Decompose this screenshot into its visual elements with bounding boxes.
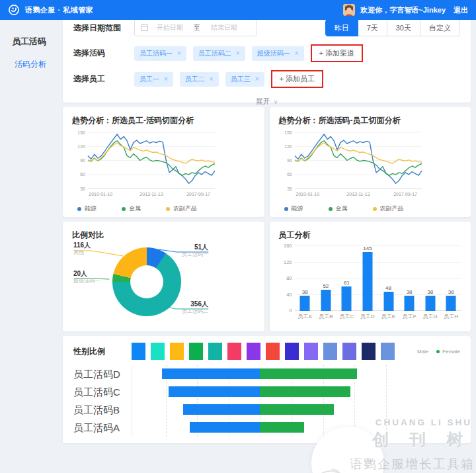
code-tag[interactable]: 员工活码一×	[134, 46, 186, 61]
code-tag[interactable]: 员工活码二×	[193, 46, 245, 61]
tag-close-icon[interactable]: ×	[295, 50, 299, 57]
legend-item[interactable]: 金属	[329, 204, 348, 213]
start-date-placeholder: 开始日期	[157, 23, 183, 32]
palette-swatch	[285, 343, 299, 360]
staff-select-row: 选择员工 员工一× 员工二× 员工三× + 添加员工	[73, 70, 460, 88]
female-bar[interactable]	[260, 368, 356, 379]
bar[interactable]	[383, 292, 393, 311]
bar[interactable]	[362, 252, 372, 311]
tag-close-icon[interactable]: ×	[236, 50, 240, 57]
bar-chart: 0408012016038526114548383838 员工A员工B员工C员工…	[279, 246, 462, 320]
bar[interactable]	[321, 290, 331, 311]
code-select-row: 选择活码 员工活码一× 员工活码二× 超级活码一× + 添加渠道	[73, 44, 460, 62]
male-bar[interactable]	[169, 386, 260, 397]
range-button-custom[interactable]: 自定义	[420, 19, 460, 36]
palette-swatch	[151, 343, 165, 360]
range-button-7d[interactable]: 7天	[358, 19, 387, 36]
staff-tag[interactable]: 员工二×	[180, 72, 219, 87]
legend-item[interactable]: 农副产品	[166, 204, 197, 213]
svg-text:2013-11-13: 2013-11-13	[346, 192, 370, 196]
bar[interactable]	[300, 296, 310, 311]
female-bar[interactable]	[260, 404, 334, 415]
row-label: 员工活码C	[73, 383, 132, 401]
y-tick-label: 40	[279, 292, 292, 298]
sidebar: 员工活码 活码分析	[0, 20, 63, 473]
female-bar[interactable]	[260, 422, 304, 433]
range-button-30d[interactable]: 30天	[387, 19, 420, 36]
series-dot-icon	[373, 207, 377, 211]
gender-ratio-card: 性别比例 MaleFemale 员工活码D员工活码C员工活码B员工活码A	[63, 336, 471, 443]
code-tag[interactable]: 超级活码一×	[252, 46, 304, 61]
svg-text:90: 90	[287, 158, 292, 163]
leader-lines	[72, 243, 255, 324]
series-dot-icon	[122, 207, 126, 211]
logout-link[interactable]: 退出	[454, 5, 468, 15]
bar[interactable]	[446, 296, 456, 311]
female-bar[interactable]	[260, 386, 350, 397]
staff-tag[interactable]: 员工一×	[134, 72, 173, 87]
date-range-input[interactable]: 开始日期 至 结束日期	[134, 19, 257, 36]
bar[interactable]	[342, 286, 352, 311]
range-button-yesterday[interactable]: 昨日	[325, 19, 358, 36]
legend-label: Female	[442, 349, 460, 355]
legend-item[interactable]: 农副产品	[373, 204, 404, 213]
tag-close-icon[interactable]: ×	[177, 50, 181, 57]
pie-label: 356人 员工活码二	[167, 300, 208, 314]
pie-label: 20人 超级活码一	[73, 270, 100, 284]
bar[interactable]	[405, 296, 415, 311]
row-label: 员工活码B	[73, 401, 132, 419]
date-separator: 至	[194, 23, 200, 32]
trend-chart-card-code: 趋势分析：所选活码-员工切面分析 3060901201502010-01-102…	[270, 107, 471, 217]
x-tick-label: 员工D	[357, 313, 378, 320]
sidebar-item-code-analysis[interactable]: 活码分析	[0, 59, 63, 70]
parrot-logo-icon	[8, 4, 20, 16]
gender-bar-row	[132, 401, 460, 419]
legend-label: 能源	[85, 204, 97, 213]
svg-text:2017-09-17: 2017-09-17	[393, 192, 417, 196]
svg-text:2013-11-13: 2013-11-13	[139, 192, 163, 196]
legend-item[interactable]: 能源	[77, 204, 97, 213]
palette-swatch	[247, 343, 260, 360]
svg-text:120: 120	[284, 144, 292, 149]
tag-close-icon[interactable]: ×	[164, 75, 168, 83]
chart-legend: 能源 金属 农副产品	[279, 204, 462, 213]
row-label: 员工活码A	[73, 419, 132, 437]
expand-toggle[interactable]: 展开∨	[73, 96, 460, 107]
tag-label: 员工三	[231, 75, 251, 84]
filter-panel: 选择日期范围 开始日期 至 结束日期 昨日 7天 30天 自定义 选择活码 员工…	[63, 10, 471, 103]
legend-item[interactable]: Male	[417, 349, 428, 355]
legend-label: Male	[417, 349, 428, 355]
ratio-compare-card: 比例对比 51人 员工活码一 356人 员工活码二	[63, 222, 264, 331]
y-tick-label: 120	[279, 259, 292, 265]
y-tick-label: 0	[279, 308, 292, 314]
legend-item[interactable]: 能源	[284, 204, 303, 213]
pie-value: 356人	[167, 300, 208, 308]
legend-item[interactable]: Female	[436, 349, 460, 355]
add-staff-button[interactable]: + 添加员工	[271, 70, 323, 88]
palette-swatch	[189, 343, 203, 360]
x-tick-label: 员工C	[337, 313, 358, 320]
tag-label: 员工二	[185, 75, 205, 84]
male-bar[interactable]	[190, 422, 260, 433]
user-avatar[interactable]	[343, 4, 355, 16]
male-bar[interactable]	[162, 368, 260, 379]
bar[interactable]	[425, 296, 435, 311]
watermark-tagline: 语鹦企服增长工具箱	[350, 456, 475, 473]
tag-close-icon[interactable]: ×	[210, 75, 214, 83]
bar-value-label: 38	[399, 289, 420, 295]
row-label: 员工活码D	[73, 365, 132, 383]
add-channel-button[interactable]: + 添加渠道	[311, 44, 363, 62]
tag-close-icon[interactable]: ×	[255, 75, 259, 83]
palette-swatch	[323, 343, 337, 360]
brand: 语鹦企服 · 私域管家	[8, 4, 93, 16]
y-tick-label: 80	[279, 275, 292, 281]
staff-tag[interactable]: 员工三×	[225, 72, 264, 87]
pie-category: 员工活码一	[167, 251, 208, 257]
sidebar-title: 员工活码	[0, 36, 63, 48]
svg-text:120: 120	[77, 144, 85, 149]
legend-item[interactable]: 金属	[122, 204, 141, 213]
x-tick-label: 员工A	[295, 313, 316, 320]
male-bar[interactable]	[183, 404, 260, 415]
palette-swatch	[170, 343, 184, 360]
palette-swatch	[132, 343, 145, 360]
